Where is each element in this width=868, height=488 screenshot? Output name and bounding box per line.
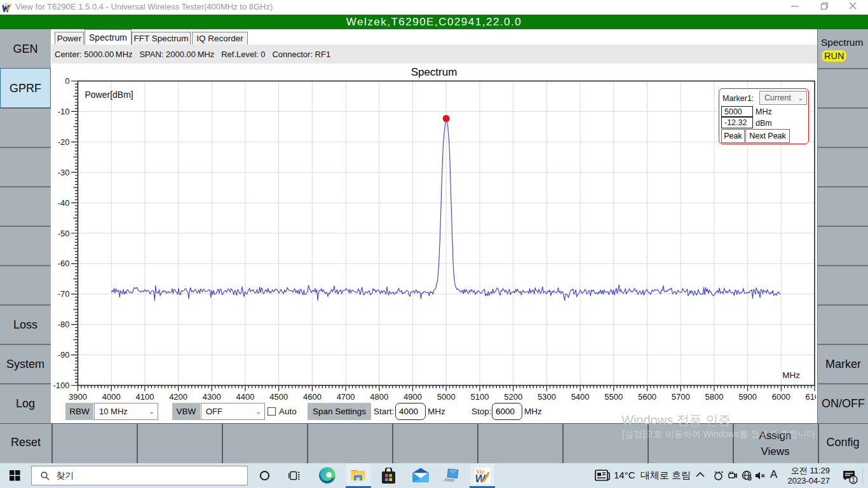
svg-text:4200: 4200 [169, 392, 187, 402]
svg-text:1: 1 [851, 476, 855, 484]
svg-text:-50: -50 [58, 229, 70, 238]
svg-text:-70: -70 [58, 289, 70, 299]
svg-text:4800: 4800 [370, 392, 388, 402]
svg-text:-90: -90 [58, 350, 70, 360]
svg-text:5200: 5200 [504, 392, 522, 402]
svg-text:-60: -60 [58, 259, 70, 268]
svg-text:3900: 3900 [69, 392, 87, 402]
svg-text:4600: 4600 [303, 392, 322, 402]
svg-text:5100: 5100 [471, 392, 489, 402]
svg-text:5300: 5300 [538, 392, 556, 402]
svg-text:-40: -40 [58, 198, 70, 208]
svg-text:4300: 4300 [203, 392, 221, 402]
svg-text:5400: 5400 [571, 392, 590, 402]
svg-text:4700: 4700 [337, 392, 355, 402]
svg-text:5000: 5000 [437, 392, 456, 402]
svg-text:5900: 5900 [738, 392, 757, 402]
svg-text:-10: -10 [58, 107, 70, 116]
svg-text:-30: -30 [58, 168, 70, 177]
svg-text:6100: 6100 [806, 392, 816, 402]
svg-text:5700: 5700 [672, 392, 690, 402]
svg-text:4400: 4400 [236, 392, 255, 402]
svg-text:5600: 5600 [638, 392, 656, 402]
svg-text:0: 0 [65, 76, 69, 86]
svg-text:4000: 4000 [102, 392, 121, 402]
svg-text:4100: 4100 [135, 392, 154, 402]
svg-text:4500: 4500 [269, 392, 288, 402]
svg-text:5500: 5500 [604, 392, 623, 402]
svg-text:-100: -100 [53, 381, 69, 390]
svg-text:6000: 6000 [772, 392, 790, 402]
svg-text:-80: -80 [58, 320, 70, 329]
svg-text:Power[dBm]: Power[dBm] [85, 90, 133, 100]
svg-text:4900: 4900 [403, 392, 422, 402]
svg-text:5800: 5800 [705, 392, 723, 402]
svg-text:MHz: MHz [782, 370, 800, 380]
svg-text:-20: -20 [58, 137, 70, 147]
